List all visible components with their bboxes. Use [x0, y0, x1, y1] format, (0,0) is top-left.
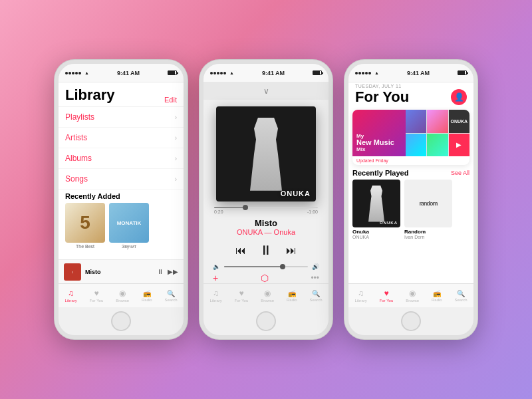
nm-thumbnail	[406, 110, 426, 133]
recently-played-title: Recently Played	[352, 169, 408, 177]
battery-area	[168, 70, 177, 75]
radio-tab-icon: 📻	[143, 290, 151, 297]
now-playing-bar[interactable]: ♪ Misto ⏸ ▶▶	[59, 259, 184, 283]
library-item-artists[interactable]: Artists ›	[59, 128, 184, 148]
progress-thumb	[243, 205, 248, 210]
tab-foryou[interactable]: ♥ For You	[380, 289, 394, 303]
status-bar-3: ▲ 9:41 AM	[348, 64, 473, 82]
tab-search[interactable]: 🔍 Search	[455, 290, 467, 302]
tab-browse[interactable]: ◉ Browse	[261, 289, 274, 303]
nm-play-button[interactable]: ▶	[449, 134, 469, 157]
chevron-down-icon[interactable]: ∨	[263, 86, 269, 96]
current-time: 0:20	[214, 209, 223, 214]
tab-foryou[interactable]: ♥ For You	[235, 289, 249, 303]
chevron-right-icon: ›	[175, 155, 177, 162]
user-avatar[interactable]: 👤	[451, 89, 467, 105]
foryou-tab-label: For You	[235, 299, 249, 303]
chevron-right-icon: ›	[175, 114, 177, 121]
fast-forward-button[interactable]: ⏭	[286, 245, 297, 257]
clock: 9:41 AM	[407, 70, 430, 76]
nm-thumbnail: ONUKA	[449, 110, 469, 133]
airplay-button[interactable]: ⬡	[261, 273, 269, 283]
signal-dot	[210, 72, 213, 74]
foryou-title: For You	[355, 88, 409, 106]
phone-player: ▲ 9:41 AM ∨ ONUKA 0:20 -1:00	[200, 60, 332, 339]
library-tab-icon: ♫	[358, 289, 364, 298]
tab-search[interactable]: 🔍 Search	[165, 290, 178, 302]
library-item-playlists[interactable]: Playlists ›	[59, 107, 184, 128]
tab-library[interactable]: ♫ Library	[65, 289, 76, 303]
volume-track[interactable]	[224, 266, 308, 267]
library-tab-icon: ♫	[213, 289, 219, 298]
radio-tab-label: Radio	[432, 298, 442, 302]
library-tab-label: Library	[354, 299, 366, 303]
next-button[interactable]: ▶▶	[168, 268, 178, 275]
foryou-tab-icon: ♥	[239, 289, 243, 298]
home-button[interactable]	[256, 311, 276, 331]
rewind-button[interactable]: ⏮	[235, 245, 246, 257]
music-icon: ♪	[72, 270, 74, 274]
rp-song-name: Random	[404, 229, 452, 235]
signal-dot	[223, 72, 226, 74]
tab-search[interactable]: 🔍 Search	[310, 290, 323, 302]
tab-browse[interactable]: ◉ Browse	[406, 289, 419, 303]
phone-foryou: ▲ 9:41 AM TUESDAY, JULY 11 For You 👤	[344, 60, 477, 339]
recently-added-section: Recently Added 5 The Best MONATIK Звучит	[59, 190, 184, 251]
battery-icon	[313, 70, 322, 75]
wifi-icon: ▲	[84, 70, 89, 75]
tab-radio[interactable]: 📻 Radio	[142, 290, 152, 302]
player-screen: ∨ ONUKA 0:20 -1:00 Misto ONUKA — Onuka ⏮	[203, 82, 329, 307]
signal-dot	[220, 72, 223, 74]
tab-foryou[interactable]: ♥ For You	[90, 289, 104, 303]
library-item-albums[interactable]: Albums ›	[59, 148, 184, 169]
signal-dot	[72, 72, 74, 74]
browse-tab-icon: ◉	[409, 289, 416, 298]
home-button[interactable]	[401, 311, 421, 331]
pause-button[interactable]: ⏸	[157, 268, 164, 275]
new-music-card[interactable]: My New Music Mix ONUKA ▶ Updated Friday	[352, 110, 469, 165]
browse-tab-label: Browse	[261, 299, 274, 303]
artists-label: Artists	[65, 133, 87, 142]
more-options-button[interactable]: •••	[311, 273, 319, 283]
tab-library[interactable]: ♫ Library	[209, 289, 221, 303]
add-to-library-button[interactable]: +	[213, 273, 218, 283]
album-item-monatik[interactable]: MONATIK Звучит	[109, 203, 149, 249]
nm-thumbnail	[406, 134, 426, 157]
rp-art-random: random	[404, 180, 452, 227]
signal-dots	[65, 72, 81, 74]
rp-song-name: Onuka	[352, 229, 400, 235]
np-controls: ⏸ ▶▶	[157, 268, 178, 275]
rp-art-onuka: ONUKA	[352, 180, 400, 227]
recently-played-header: Recently Played See All	[352, 169, 469, 177]
volume-low-icon: 🔈	[213, 263, 220, 270]
rp-item-onuka[interactable]: ONUKA Onuka ONUKA	[352, 180, 400, 239]
tab-browse[interactable]: ◉ Browse	[116, 289, 129, 303]
library-item-songs[interactable]: Songs ›	[59, 169, 184, 190]
new-music-top: My New Music Mix ONUKA ▶	[352, 110, 469, 156]
tab-radio[interactable]: 📻 Radio	[432, 290, 442, 302]
recently-played-items: ONUKA Onuka ONUKA random Random Ivan Dor…	[352, 180, 469, 239]
foryou-tab-label: For You	[380, 299, 394, 303]
song-title: Misto	[210, 218, 322, 228]
browse-tab-icon: ◉	[264, 289, 271, 298]
browse-tab-icon: ◉	[119, 289, 126, 298]
volume-high-icon: 🔊	[312, 263, 319, 270]
foryou-header: TUESDAY, JULY 11 For You 👤	[348, 82, 473, 107]
album-item-best[interactable]: 5 The Best	[65, 203, 105, 249]
rp-item-random[interactable]: random Random Ivan Dorn	[404, 180, 452, 239]
recently-played-section: Recently Played See All ONUKA Onuka ONUK…	[352, 169, 469, 239]
tab-library[interactable]: ♫ Library	[354, 289, 366, 303]
library-tab-label: Library	[65, 299, 76, 303]
rp-artist-name: ONUKA	[352, 235, 400, 239]
tab-radio[interactable]: 📻 Radio	[287, 290, 297, 302]
progress-fill	[214, 207, 245, 208]
library-header: Library Edit	[59, 82, 184, 107]
progress-track[interactable]	[214, 207, 318, 208]
play-pause-button[interactable]: ⏸	[259, 243, 273, 258]
chevron-right-icon: ›	[175, 176, 177, 183]
see-all-button[interactable]: See All	[451, 170, 469, 176]
browse-tab-label: Browse	[406, 299, 419, 303]
updated-label: Updated Friday	[352, 156, 469, 165]
home-button[interactable]	[111, 311, 131, 331]
edit-button[interactable]: Edit	[164, 96, 177, 104]
